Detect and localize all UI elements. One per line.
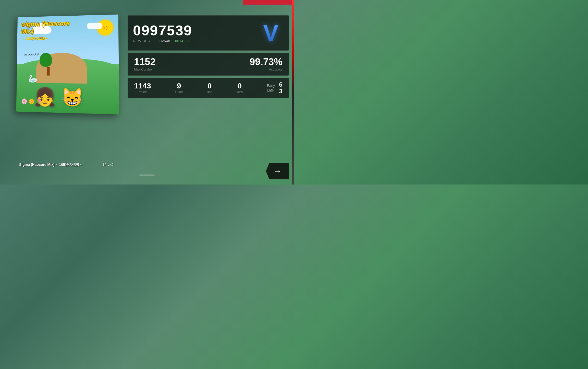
- song-info-bar: SP Lv.? Sigma (Haocore Mix) ～105秒の伝説～: [15, 160, 117, 169]
- late-value: 3: [279, 88, 283, 94]
- grade-mark: V: [258, 20, 284, 46]
- girl-character: 👧: [34, 86, 56, 108]
- album-section: σigma (HaocoreMix) ～105秒の伝説～ By Daily大本 …: [15, 15, 122, 169]
- miss-value: 0: [237, 82, 242, 90]
- early-label: Early: [267, 84, 275, 88]
- accuracy-label: Accuracy: [250, 67, 283, 71]
- next-button[interactable]: →: [266, 163, 289, 179]
- score-box: 0997539 NEW BEST 0982548 +0014991 V: [128, 15, 289, 51]
- perfect-value: 1143: [134, 82, 151, 90]
- flowers-decoration: 🌸🌼🌷: [21, 98, 43, 105]
- song-title: Sigma (Haocore Mix) ～105秒の伝説～: [19, 163, 114, 167]
- early-late-group: Early Late 6 3: [267, 82, 283, 94]
- song-level: SP Lv.?: [102, 163, 114, 166]
- score-display: 0997539: [133, 23, 258, 38]
- right-panel: 0997539 NEW BEST 0982548 +0014991 V 1152…: [128, 15, 289, 169]
- miss-stat: 0 Miss: [236, 82, 243, 94]
- album-canvas: σigma (HaocoreMix) ～105秒の伝説～ By Daily大本 …: [16, 15, 119, 114]
- right-edge-decoration: [292, 0, 294, 184]
- good-stat: 9 Good: [175, 82, 182, 94]
- miss-label: Miss: [236, 90, 243, 94]
- album-title: σigma (HaocoreMix): [21, 18, 116, 35]
- previous-score: 0982548: [156, 39, 170, 43]
- combo-stat: 1152 Max Combo: [134, 57, 156, 71]
- perfect-stat: 1143 Perfect: [134, 82, 151, 94]
- score-new-best: NEW BEST 0982548 +0014991: [133, 39, 258, 43]
- bad-value: 0: [207, 82, 212, 90]
- score-left: 0997539 NEW BEST 0982548 +0014991: [133, 23, 258, 43]
- score-diff: +0014991: [173, 39, 190, 43]
- cat-character: 😸: [61, 87, 83, 108]
- good-label: Good: [175, 90, 182, 94]
- top-accent-bar: [243, 0, 294, 5]
- early-late-values: 6 3: [279, 82, 283, 94]
- combo-value: 1152: [134, 57, 156, 67]
- album-author: By Daily大本: [24, 53, 39, 56]
- grade-display: V: [263, 21, 278, 44]
- combo-label: Max Combo: [134, 67, 156, 71]
- next-arrow-icon: →: [273, 166, 281, 176]
- accuracy-stat: 99.73% Accuracy: [250, 57, 283, 71]
- new-best-label: NEW BEST: [133, 39, 152, 43]
- bad-label: Bad: [207, 90, 212, 94]
- page-indicator: [139, 175, 155, 176]
- bird-icon: 🦢: [28, 74, 38, 83]
- album-subtitle: ～105秒の伝説～: [22, 36, 48, 41]
- accuracy-value: 99.73%: [250, 57, 283, 67]
- stats-box: 1152 Max Combo 99.73% Accuracy: [128, 53, 289, 76]
- album-art: σigma (HaocoreMix) ～105秒の伝説～ By Daily大本 …: [16, 15, 119, 114]
- main-content: σigma (HaocoreMix) ～105秒の伝説～ By Daily大本 …: [15, 15, 289, 169]
- notes-breakdown-box: 1143 Perfect 9 Good 0 Bad 0 Miss Early L…: [128, 78, 289, 98]
- perfect-label: Perfect: [138, 90, 147, 94]
- early-value: 6: [279, 82, 283, 88]
- bad-stat: 0 Bad: [207, 82, 212, 94]
- early-late-labels: Early Late: [267, 84, 275, 92]
- tree-decoration: [44, 53, 52, 75]
- good-value: 9: [177, 82, 181, 90]
- late-label: Late: [267, 88, 275, 92]
